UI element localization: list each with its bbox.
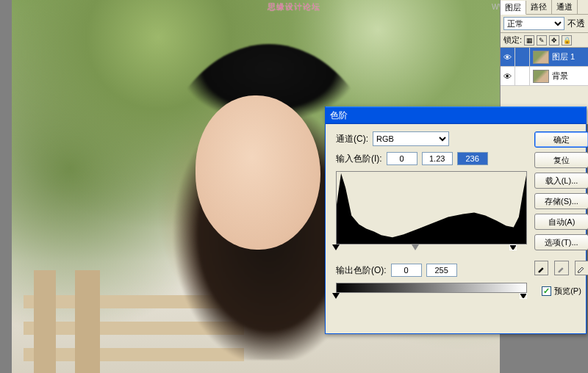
- tab-layers[interactable]: 图层: [501, 1, 526, 15]
- tab-paths[interactable]: 路径: [526, 0, 552, 14]
- photo-face: [196, 95, 320, 250]
- link-cell[interactable]: [515, 48, 530, 67]
- layer-thumbnail: [533, 70, 549, 83]
- link-cell[interactable]: [515, 67, 530, 86]
- visibility-icon[interactable]: 👁: [501, 67, 515, 86]
- visibility-icon[interactable]: 👁: [501, 48, 515, 67]
- cancel-button[interactable]: 复位: [534, 152, 588, 168]
- input-slider[interactable]: [336, 245, 527, 253]
- levels-dialog: 色阶 通道(C): RGB 输入色阶(I):: [325, 106, 587, 334]
- output-white-field[interactable]: [426, 264, 457, 277]
- lock-label: 锁定:: [503, 35, 522, 46]
- opacity-label: 不透: [567, 18, 585, 30]
- options-button[interactable]: 选项(T)...: [534, 234, 588, 250]
- layer-name: 图层 1: [552, 51, 575, 62]
- input-levels-label: 输入色阶(I):: [336, 153, 382, 165]
- eyedropper-white-icon[interactable]: [575, 261, 588, 275]
- layer-row[interactable]: 👁 图层 1: [501, 48, 588, 67]
- output-levels-label: 输出色阶(O):: [336, 264, 387, 277]
- input-black-field[interactable]: [387, 152, 417, 165]
- save-button[interactable]: 存储(S)...: [534, 193, 588, 209]
- output-black-field[interactable]: [391, 264, 422, 277]
- histogram: [336, 171, 527, 245]
- blend-mode-select[interactable]: 正常: [503, 17, 564, 30]
- channel-select[interactable]: RGB: [373, 131, 449, 146]
- layer-list: 👁 图层 1 👁 背景: [501, 48, 588, 86]
- eyedropper-gray-icon[interactable]: [554, 261, 568, 275]
- lock-transparency-icon[interactable]: ▦: [524, 35, 534, 46]
- eyedropper-black-icon[interactable]: [534, 261, 548, 275]
- output-white-handle[interactable]: [520, 293, 527, 299]
- layer-thumbnail: [533, 51, 549, 64]
- input-gamma-field[interactable]: [422, 152, 453, 165]
- input-white-field[interactable]: [457, 152, 488, 165]
- black-point-handle[interactable]: [332, 245, 340, 250]
- tab-channels[interactable]: 通道: [552, 0, 578, 14]
- load-button[interactable]: 载入(L)...: [534, 173, 588, 189]
- output-gradient: [336, 283, 527, 293]
- layers-tabs: 图层 路径 通道: [501, 0, 588, 15]
- layer-row[interactable]: 👁 背景: [501, 67, 588, 86]
- lock-all-icon[interactable]: 🔒: [562, 35, 572, 46]
- channel-label: 通道(C):: [336, 133, 368, 145]
- white-point-handle[interactable]: [509, 245, 517, 250]
- lock-move-icon[interactable]: ✥: [549, 35, 559, 46]
- dialog-title: 色阶: [330, 109, 348, 122]
- watermark-text: 思缘设计论坛: [268, 1, 320, 12]
- preview-label: 预览(P): [554, 286, 581, 297]
- output-black-handle[interactable]: [332, 293, 340, 299]
- lock-brush-icon[interactable]: ✎: [537, 35, 547, 46]
- preview-checkbox[interactable]: ✓: [542, 286, 551, 296]
- layer-name: 背景: [552, 70, 568, 82]
- dialog-titlebar[interactable]: 色阶: [326, 106, 586, 124]
- ok-button[interactable]: 确定: [534, 131, 588, 148]
- auto-button[interactable]: 自动(A): [534, 214, 588, 230]
- gamma-handle[interactable]: [412, 245, 419, 250]
- output-slider[interactable]: [336, 293, 527, 302]
